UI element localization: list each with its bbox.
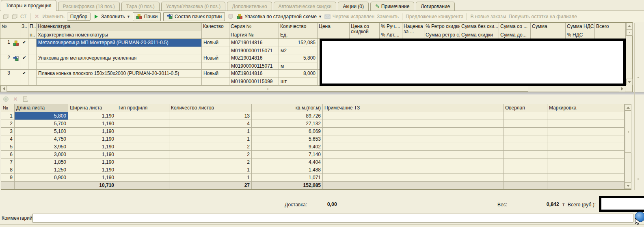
quantity-cell[interactable]: 5,800м bbox=[279, 54, 318, 69]
cell[interactable] bbox=[323, 135, 504, 143]
toolbar-item-заменить[interactable]: Заменить bbox=[377, 14, 399, 19]
panel-splitter[interactable] bbox=[0, 92, 644, 94]
cell[interactable]: 2 bbox=[1, 120, 15, 127]
quantity-cell[interactable]: 152,085м2 bbox=[279, 39, 318, 54]
series-batch-cell[interactable]: M0Z19014816M01900000115071 bbox=[229, 54, 279, 69]
cell[interactable]: 5,700 bbox=[15, 120, 68, 127]
cell[interactable]: 8 bbox=[1, 166, 15, 173]
hscroll-thumb[interactable] bbox=[7, 86, 528, 92]
cell[interactable] bbox=[547, 174, 625, 181]
cell[interactable]: 4 bbox=[1, 135, 15, 143]
cell[interactable]: 1 bbox=[169, 174, 252, 181]
cell[interactable]: 1,250 bbox=[15, 166, 68, 173]
toolbar-item-database-icon[interactable] bbox=[227, 13, 234, 20]
scroll-down-button[interactable] bbox=[626, 79, 633, 85]
sheet-row-4[interactable]: 44,7501,19015,653 bbox=[1, 135, 625, 143]
cell[interactable] bbox=[547, 135, 625, 143]
cell[interactable] bbox=[323, 128, 504, 135]
nomenclature-name[interactable]: Упаковка для металлочерепицы усиленная bbox=[37, 54, 201, 62]
scroll-right-button[interactable] bbox=[619, 86, 625, 92]
toolbar-item-delete-x-icon[interactable]: ✕ bbox=[34, 13, 40, 20]
cell[interactable] bbox=[116, 166, 169, 173]
toolbar-item-copy-list-icon[interactable] bbox=[22, 96, 28, 102]
cell[interactable]: 5,100 bbox=[15, 128, 68, 135]
sheets-vscrollbar[interactable] bbox=[625, 104, 631, 189]
cell[interactable]: 89,726 bbox=[252, 112, 323, 120]
cell[interactable] bbox=[547, 128, 625, 135]
cell[interactable]: 1,190 bbox=[68, 166, 116, 173]
quality-cell[interactable]: Новый bbox=[202, 39, 229, 54]
cell[interactable] bbox=[547, 120, 625, 127]
cell[interactable]: 3,000 bbox=[15, 151, 68, 158]
cell[interactable] bbox=[504, 143, 547, 150]
cell[interactable] bbox=[116, 135, 169, 143]
vscroll-thumb[interactable] bbox=[626, 29, 633, 36]
toolbar-item-ст[interactable]: СТ bbox=[20, 14, 27, 19]
comment-input[interactable] bbox=[32, 214, 633, 223]
series-batch-cell[interactable]: M0Z19014816M01900000115099 bbox=[229, 70, 279, 85]
cell[interactable] bbox=[504, 151, 547, 158]
cell[interactable]: 4,404 bbox=[252, 158, 323, 166]
cell[interactable] bbox=[323, 112, 504, 120]
toolbar-item-изменить[interactable]: Изменить bbox=[43, 14, 65, 19]
cell[interactable]: 2 bbox=[169, 151, 252, 158]
sheet-row-3[interactable]: 35,1001,19016,069 bbox=[1, 128, 625, 135]
nomenclature-cell[interactable]: Металлочерепица МП Монтеррей (PURMAN-20-… bbox=[37, 39, 202, 54]
cell[interactable]: 0,900 bbox=[15, 174, 68, 181]
cell[interactable]: 7,140 bbox=[252, 151, 323, 158]
cell[interactable] bbox=[28, 70, 37, 85]
cell[interactable]: 1 bbox=[1, 112, 15, 120]
cell[interactable]: 1,071 bbox=[252, 174, 323, 181]
row-checkbox[interactable]: ✔ bbox=[20, 70, 28, 85]
cell[interactable]: 27,132 bbox=[252, 120, 323, 127]
tab-2[interactable]: Тара (0 поз.) bbox=[121, 2, 160, 11]
cell[interactable]: 13 bbox=[169, 112, 252, 120]
row-checkbox[interactable]: ✔ bbox=[20, 54, 28, 69]
cell[interactable]: 1,488 bbox=[252, 166, 323, 173]
products-hscrollbar[interactable] bbox=[0, 85, 626, 92]
cell[interactable]: 1 bbox=[169, 166, 252, 173]
toolbar-item-layers-icon[interactable] bbox=[2, 13, 9, 20]
cell[interactable] bbox=[116, 120, 169, 127]
cell[interactable]: 1,190 bbox=[68, 135, 116, 143]
quality-cell[interactable]: Новый bbox=[202, 70, 229, 85]
tab-3[interactable]: Услуги/Упаковка (0 поз.) bbox=[161, 2, 225, 11]
toolbar-item-чертеж-исправлен[interactable]: Чертеж исправлен bbox=[324, 13, 374, 20]
cell[interactable] bbox=[504, 128, 547, 135]
scroll-left-button[interactable] bbox=[0, 86, 7, 92]
cell[interactable] bbox=[504, 158, 547, 166]
toolbar-item-подбор[interactable]: Подбор bbox=[67, 13, 91, 21]
toolbar-item-получить-остатки-на-филиале[interactable]: Получить остатки на филиале bbox=[508, 14, 577, 19]
cell[interactable] bbox=[116, 128, 169, 135]
tab-8[interactable]: Логирование bbox=[416, 2, 455, 11]
cell[interactable] bbox=[504, 135, 547, 143]
cell[interactable]: 4 bbox=[169, 120, 252, 127]
toolbar-item-упаковка-по-стандартной-схеме[interactable]: Упаковка по стандартной схеме▼ bbox=[236, 13, 322, 20]
toolbar-item-layers-icon[interactable] bbox=[11, 13, 18, 20]
cell[interactable] bbox=[547, 158, 625, 166]
cell[interactable] bbox=[116, 151, 169, 158]
toolbar-item-состав-пачек-партии[interactable]: Состав пачек партии bbox=[163, 12, 225, 21]
cell[interactable]: 1,190 bbox=[68, 158, 116, 166]
cell[interactable] bbox=[547, 151, 625, 158]
row-type-icon-cell[interactable] bbox=[12, 54, 20, 69]
row-number[interactable]: 3 bbox=[0, 70, 12, 85]
cell[interactable] bbox=[547, 112, 625, 120]
row-number[interactable]: 2 bbox=[0, 54, 12, 69]
cell[interactable] bbox=[547, 143, 625, 150]
cell[interactable] bbox=[323, 174, 504, 181]
nomenclature-name[interactable]: Планка конька плоского 150х150х2000 (PUR… bbox=[37, 70, 201, 77]
tab-5[interactable]: Автоматические скидки bbox=[274, 2, 337, 11]
series-batch-cell[interactable]: M0Z19014816M01900000115071 bbox=[229, 39, 279, 54]
cell[interactable] bbox=[116, 174, 169, 181]
nomenclature-cell[interactable]: Упаковка для металлочерепицы усиленная bbox=[37, 54, 202, 69]
cell[interactable]: 1,190 bbox=[68, 174, 116, 181]
row-checkbox[interactable]: ✔ bbox=[20, 39, 28, 54]
cell[interactable]: 1 bbox=[169, 135, 252, 143]
tab-6[interactable]: Акции (0) bbox=[338, 2, 369, 11]
row-type-icon-cell[interactable] bbox=[12, 39, 20, 54]
cell[interactable]: 1,190 bbox=[68, 120, 116, 127]
sheet-row-1[interactable]: 15,8001,1901389,726 bbox=[1, 112, 625, 120]
nomenclature-cell[interactable]: Планка конька плоского 150х150х2000 (PUR… bbox=[37, 70, 202, 85]
cell[interactable]: 6,069 bbox=[252, 128, 323, 135]
